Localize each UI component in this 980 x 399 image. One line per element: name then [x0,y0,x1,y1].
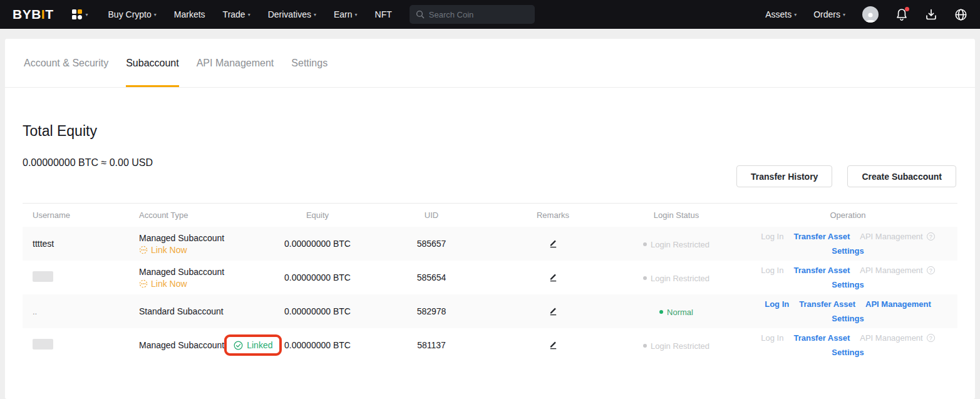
api-management-link[interactable]: API Management [860,333,922,343]
tab-account-security[interactable]: Account & Security [24,39,108,87]
log-in-link[interactable]: Log In [761,232,783,241]
transfer-asset-link[interactable]: Transfer Asset [793,333,850,343]
nav-item-assets[interactable]: Assets▾ [765,9,797,19]
globe-icon [954,8,967,21]
cell-login-status: Login Restricted [614,272,738,283]
header-operation: Operation [738,210,957,220]
link-now-link[interactable]: Link Now [139,279,264,289]
link-now-label: Link Now [151,279,187,289]
summary-buttons: Transfer History Create Subaccount [736,165,956,187]
transfer-history-button[interactable]: Transfer History [736,165,832,187]
nav-item-earn[interactable]: Earn▾ [334,9,358,19]
username-text: .. [33,307,37,316]
api-management-link[interactable]: API Management [865,299,931,309]
nav-item-nft[interactable]: NFT [375,9,392,19]
uid-value: 581137 [417,340,446,350]
edit-remarks-button[interactable] [549,339,558,351]
tab-subaccount[interactable]: Subaccount [126,39,179,87]
status-badge: Normal [659,308,693,317]
language-button[interactable] [954,8,967,21]
link-now-icon [139,246,148,254]
nav-label: Markets [174,9,205,19]
info-icon[interactable]: ? [927,334,935,342]
account-type-text: Managed Subaccount [139,267,264,277]
check-circle-icon [234,341,243,350]
settings-link[interactable]: Settings [832,280,864,289]
account-type-text: Managed Subaccount [139,340,224,350]
cell-equity: 0.00000000 BTC [264,340,371,350]
cell-remarks [492,272,614,284]
cell-uid: 585657 [371,239,492,249]
chevron-down-icon: ▾ [794,11,797,18]
api-management-link[interactable]: API Management [860,232,922,241]
header-username: Username [23,210,129,220]
info-icon[interactable]: ? [927,266,935,274]
equity-value: 0.00000000 BTC [284,239,351,249]
status-label: Login Restricted [651,240,709,249]
table-row: ttttest Managed Subaccount Link Now 0.00… [23,227,957,261]
settings-link[interactable]: Settings [832,314,864,323]
nav-item-orders[interactable]: Orders▾ [813,9,845,19]
bybit-logo[interactable]: BYBIT [13,7,54,22]
cell-username [23,271,129,284]
notifications-button[interactable] [895,8,908,21]
chevron-down-icon: ▾ [86,11,88,18]
link-now-link[interactable]: Link Now [139,245,264,255]
edit-remarks-button[interactable] [549,238,558,250]
apps-menu-button[interactable]: ▾ [71,9,88,20]
cell-equity: 0.00000000 BTC [264,272,371,282]
edit-icon [549,306,558,316]
download-app-button[interactable] [925,8,937,21]
header-remarks: Remarks [492,210,614,220]
create-subaccount-button[interactable]: Create Subaccount [847,165,956,187]
header-login-status: Login Status [614,210,738,220]
edit-remarks-button[interactable] [549,306,558,318]
tab-bar: Account & Security Subaccount API Manage… [5,39,975,88]
settings-link[interactable]: Settings [832,348,864,357]
chevron-down-icon: ▾ [314,11,316,18]
transfer-asset-link[interactable]: Transfer Asset [799,299,855,309]
cell-account-type: Managed Subaccount Link Now [129,233,264,255]
transfer-asset-link[interactable]: Transfer Asset [793,266,850,275]
nav-item-buy-crypto[interactable]: Buy Crypto▾ [108,9,157,19]
equity-summary: Total Equity 0.00000000 BTC ≈ 0.00 USD T… [23,123,957,168]
tab-api-management[interactable]: API Management [197,39,274,87]
log-in-link[interactable]: Log In [761,333,783,343]
chevron-down-icon: ▾ [355,11,358,18]
info-icon[interactable]: ? [927,232,935,241]
api-management-link[interactable]: API Management [860,266,922,275]
log-in-link[interactable]: Log In [765,299,789,309]
nav-label: Derivatives [268,9,311,19]
nav-right: Assets▾ Orders▾ [765,6,967,23]
table-row: Managed Subaccount Link Now 0.00000000 B… [23,261,957,294]
cell-uid: 581137 [371,340,492,350]
settings-link[interactable]: Settings [832,246,864,256]
operation-line-1: Log In Transfer Asset API Management ? [738,333,957,343]
download-icon [925,8,937,21]
table-row: Managed Subaccount Linked 0.00000000 BTC… [23,328,957,362]
equity-value: 0.00000000 BTC [284,272,351,282]
search-box[interactable] [410,5,535,24]
header-uid: UID [371,210,492,220]
account-type-text: Standard Subaccount [139,306,264,316]
logo-text: BYB [13,7,41,21]
cell-operation: Log In Transfer Asset API Management ? S… [738,333,957,357]
search-input[interactable] [429,10,523,19]
operation-line-2: Settings [738,246,957,256]
cell-username [23,339,129,351]
user-avatar[interactable] [862,6,879,23]
nav-label: Trade [223,9,245,19]
nav-label: Earn [334,9,353,19]
nav-item-derivatives[interactable]: Derivatives▾ [268,9,316,19]
cell-remarks [492,339,614,351]
tab-settings[interactable]: Settings [291,39,328,87]
operation-line-2: Settings [738,280,957,289]
cell-account-type: Managed Subaccount Linked [129,334,264,356]
cell-equity: 0.00000000 BTC [264,239,371,249]
nav-item-trade[interactable]: Trade▾ [223,9,250,19]
transfer-asset-link[interactable]: Transfer Asset [793,232,850,241]
cell-remarks [492,238,614,250]
edit-remarks-button[interactable] [549,272,558,284]
log-in-link[interactable]: Log In [761,266,783,275]
nav-item-markets[interactable]: Markets [174,9,205,19]
